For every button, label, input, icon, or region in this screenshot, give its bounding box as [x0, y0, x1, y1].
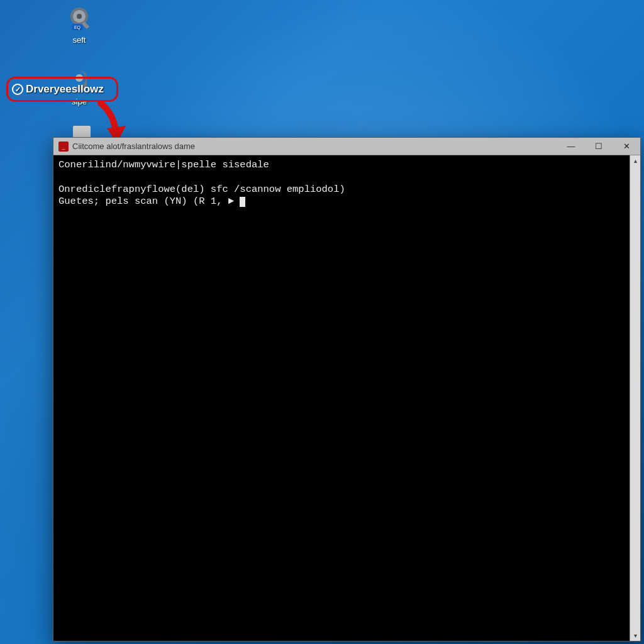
- scroll-up-button[interactable]: ▴: [630, 155, 640, 166]
- window-title: Ciitcome alot/fraslantralows dame: [72, 142, 557, 151]
- cmd-icon: _: [58, 142, 69, 152]
- close-button[interactable]: ✕: [613, 138, 640, 155]
- app-icon: EQ: [65, 5, 93, 33]
- svg-text:EQ: EQ: [74, 25, 81, 30]
- terminal-output[interactable]: Conerilind/nwmyvwire|spelle sisedale Onr…: [53, 155, 630, 641]
- annotation-label: Drveryeesllowz: [26, 83, 104, 96]
- annotation-highlight-box: ✓ Drveryeesllowz: [6, 77, 118, 102]
- desktop-icon-label: seft: [55, 35, 103, 45]
- text-cursor: [240, 197, 245, 207]
- file-icon: [73, 126, 91, 138]
- annotation-marker-icon: ✓: [12, 84, 23, 95]
- desktop-icon-seft[interactable]: EQ seft: [55, 5, 103, 45]
- svg-point-2: [77, 14, 82, 19]
- command-prompt-window: _ Ciitcome alot/fraslantralows dame — ☐ …: [53, 137, 641, 641]
- maximize-button[interactable]: ☐: [585, 138, 613, 155]
- window-titlebar[interactable]: _ Ciitcome alot/fraslantralows dame — ☐ …: [53, 138, 640, 155]
- minimize-button[interactable]: —: [557, 138, 585, 155]
- vertical-scrollbar[interactable]: ▴ ▾: [630, 155, 640, 641]
- svg-text:_: _: [62, 144, 65, 150]
- scroll-down-button[interactable]: ▾: [630, 630, 640, 641]
